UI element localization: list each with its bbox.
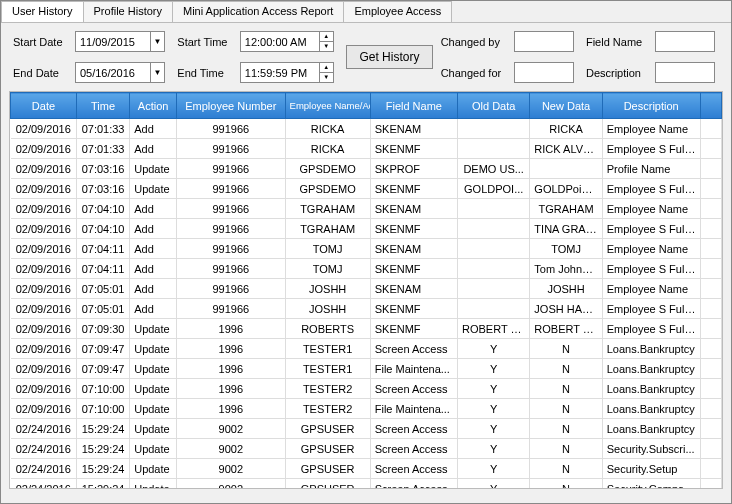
cell-time: 07:09:47 bbox=[76, 359, 129, 379]
table-row[interactable]: 02/09/201607:09:47Update1996TESTER1Scree… bbox=[11, 339, 722, 359]
col-extra[interactable] bbox=[700, 93, 721, 119]
cell-time: 07:03:16 bbox=[76, 179, 129, 199]
table-row[interactable]: 02/09/201607:04:11Add991966TOMJSKENMFTom… bbox=[11, 259, 722, 279]
cell-nameacc: TOMJ bbox=[285, 239, 370, 259]
cell-desc: Loans.Bankruptcy bbox=[602, 379, 700, 399]
spin-down-icon[interactable]: ▼ bbox=[320, 42, 333, 51]
cell-action: Update bbox=[130, 439, 177, 459]
table-row[interactable]: 02/09/201607:03:16Update991966GPSDEMOSKE… bbox=[11, 179, 722, 199]
table-row[interactable]: 02/09/201607:01:33Add991966RICKASKENAMRI… bbox=[11, 119, 722, 139]
cell-time: 07:04:11 bbox=[76, 259, 129, 279]
table-row[interactable]: 02/24/201615:29:24Update9002GPSUSERScree… bbox=[11, 479, 722, 490]
table-row[interactable]: 02/09/201607:04:10Add991966TGRAHAMSKENMF… bbox=[11, 219, 722, 239]
cell-nameacc: JOSHH bbox=[285, 279, 370, 299]
history-table-wrap[interactable]: Date Time Action Employee Number Employe… bbox=[9, 91, 723, 489]
cell-desc: Employee S Full ... bbox=[602, 259, 700, 279]
table-row[interactable]: 02/09/201607:09:47Update1996TESTER1File … bbox=[11, 359, 722, 379]
cell-date: 02/09/2016 bbox=[11, 299, 77, 319]
field-name-input[interactable] bbox=[655, 31, 715, 52]
cell-date: 02/09/2016 bbox=[11, 159, 77, 179]
cell-old: Y bbox=[457, 339, 529, 359]
cell-new: RICKA bbox=[530, 119, 602, 139]
col-description[interactable]: Description bbox=[602, 93, 700, 119]
table-row[interactable]: 02/09/201607:01:33Add991966RICKASKENMFRI… bbox=[11, 139, 722, 159]
tab-employee-access[interactable]: Employee Access bbox=[343, 1, 452, 22]
cell-time: 07:04:11 bbox=[76, 239, 129, 259]
cell-old: Y bbox=[457, 379, 529, 399]
cell-action: Add bbox=[130, 119, 177, 139]
start-date-picker[interactable]: ▼ bbox=[75, 31, 165, 52]
cell-action: Update bbox=[130, 339, 177, 359]
cell-field: File Maintena... bbox=[370, 359, 457, 379]
cell-old bbox=[457, 279, 529, 299]
tab-profile-history[interactable]: Profile History bbox=[83, 1, 173, 22]
tab-user-history[interactable]: User History bbox=[1, 1, 84, 22]
table-row[interactable]: 02/09/201607:04:11Add991966TOMJSKENAMTOM… bbox=[11, 239, 722, 259]
col-new-data[interactable]: New Data bbox=[530, 93, 602, 119]
cell-date: 02/09/2016 bbox=[11, 279, 77, 299]
start-date-label: Start Date bbox=[13, 36, 67, 48]
tab-bar: User History Profile History Mini Applic… bbox=[1, 1, 731, 23]
table-row[interactable]: 02/09/201607:05:01Add991966JOSHHSKENMFJO… bbox=[11, 299, 722, 319]
cell-nameacc: GPSDEMO bbox=[285, 179, 370, 199]
cell-new: N bbox=[530, 479, 602, 490]
end-date-picker[interactable]: ▼ bbox=[75, 62, 165, 83]
col-date[interactable]: Date bbox=[11, 93, 77, 119]
spin-up-icon[interactable]: ▲ bbox=[320, 63, 333, 73]
end-date-input[interactable] bbox=[76, 67, 150, 79]
cell-extra bbox=[700, 399, 721, 419]
cell-old: ROBERT S... bbox=[457, 319, 529, 339]
cell-nameacc: TGRAHAM bbox=[285, 199, 370, 219]
cell-old: GOLDPOI... bbox=[457, 179, 529, 199]
cell-extra bbox=[700, 479, 721, 490]
end-time-input[interactable] bbox=[241, 63, 319, 82]
tab-mini-app-access[interactable]: Mini Application Access Report bbox=[172, 1, 344, 22]
cell-extra bbox=[700, 419, 721, 439]
col-field-name[interactable]: Field Name bbox=[370, 93, 457, 119]
table-row[interactable]: 02/09/201607:03:16Update991966GPSDEMOSKP… bbox=[11, 159, 722, 179]
table-row[interactable]: 02/09/201607:10:00Update1996TESTER2Scree… bbox=[11, 379, 722, 399]
cell-old: Y bbox=[457, 459, 529, 479]
col-employee-name-access[interactable]: Employee Name/Acces bbox=[285, 93, 370, 119]
start-date-input[interactable] bbox=[76, 36, 150, 48]
changed-by-input[interactable] bbox=[514, 31, 574, 52]
get-history-button[interactable]: Get History bbox=[346, 45, 432, 69]
chevron-down-icon[interactable]: ▼ bbox=[150, 63, 164, 82]
cell-new bbox=[530, 159, 602, 179]
cell-new: TOMJ bbox=[530, 239, 602, 259]
cell-action: Add bbox=[130, 219, 177, 239]
cell-old: Y bbox=[457, 439, 529, 459]
cell-field: Screen Access bbox=[370, 339, 457, 359]
spin-down-icon[interactable]: ▼ bbox=[320, 73, 333, 82]
cell-old bbox=[457, 259, 529, 279]
cell-old bbox=[457, 139, 529, 159]
table-row[interactable]: 02/09/201607:04:10Add991966TGRAHAMSKENAM… bbox=[11, 199, 722, 219]
start-time-picker[interactable]: ▲▼ bbox=[240, 31, 334, 52]
description-input[interactable] bbox=[655, 62, 715, 83]
col-time[interactable]: Time bbox=[76, 93, 129, 119]
table-row[interactable]: 02/24/201615:29:24Update9002GPSUSERScree… bbox=[11, 419, 722, 439]
col-old-data[interactable]: Old Data bbox=[457, 93, 529, 119]
table-row[interactable]: 02/24/201615:29:24Update9002GPSUSERScree… bbox=[11, 459, 722, 479]
table-row[interactable]: 02/24/201615:29:24Update9002GPSUSERScree… bbox=[11, 439, 722, 459]
cell-field: SKENMF bbox=[370, 139, 457, 159]
changed-for-input[interactable] bbox=[514, 62, 574, 83]
table-row[interactable]: 02/09/201607:05:01Add991966JOSHHSKENAMJO… bbox=[11, 279, 722, 299]
table-row[interactable]: 02/09/201607:10:00Update1996TESTER2File … bbox=[11, 399, 722, 419]
start-time-input[interactable] bbox=[241, 32, 319, 51]
cell-old: Y bbox=[457, 419, 529, 439]
cell-action: Update bbox=[130, 319, 177, 339]
cell-new: N bbox=[530, 419, 602, 439]
cell-field: File Maintena... bbox=[370, 399, 457, 419]
filter-bar: Start Date ▼ Start Time ▲▼ Get History C… bbox=[1, 23, 731, 91]
table-row[interactable]: 02/09/201607:09:30Update1996ROBERTSSKENM… bbox=[11, 319, 722, 339]
spin-up-icon[interactable]: ▲ bbox=[320, 32, 333, 42]
cell-old bbox=[457, 119, 529, 139]
cell-nameacc: GPSUSER bbox=[285, 419, 370, 439]
col-employee-number[interactable]: Employee Number bbox=[177, 93, 286, 119]
cell-extra bbox=[700, 279, 721, 299]
col-action[interactable]: Action bbox=[130, 93, 177, 119]
chevron-down-icon[interactable]: ▼ bbox=[150, 32, 164, 51]
cell-field: SKENAM bbox=[370, 279, 457, 299]
end-time-picker[interactable]: ▲▼ bbox=[240, 62, 334, 83]
